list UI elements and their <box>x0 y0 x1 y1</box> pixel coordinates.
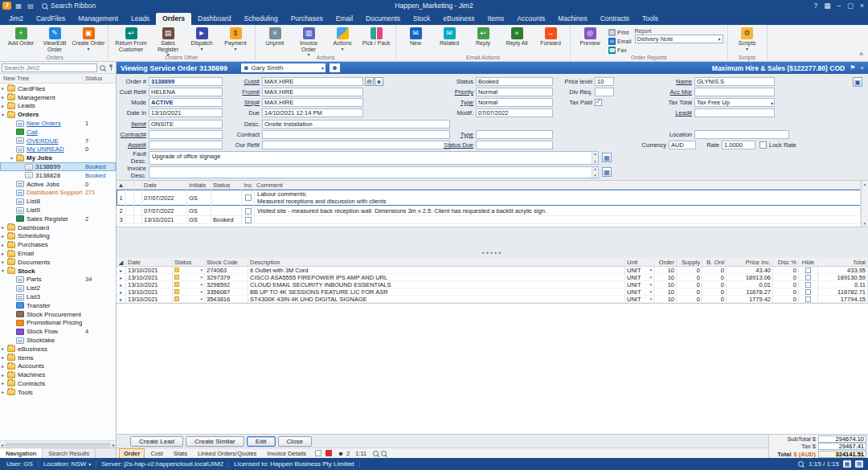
status-due-label[interactable]: Status Due <box>438 141 473 149</box>
tree-item[interactable]: Call <box>0 128 116 137</box>
detail-tab[interactable]: Order <box>119 448 145 459</box>
tax-paid-checkbox[interactable] <box>595 99 602 106</box>
search-icon[interactable] <box>99 64 106 72</box>
app-icon[interactable]: J <box>2 2 11 10</box>
due-field[interactable]: 14/10/2021 12:14 PM <box>262 108 363 117</box>
tree-item[interactable]: ▸ Dashboard <box>0 223 116 232</box>
mode-field[interactable]: ACTIVE <box>149 98 223 107</box>
tree-item[interactable]: List2 <box>0 284 116 292</box>
invoice-desc-scrollbar[interactable]: ▴▾ <box>592 167 598 178</box>
add-order-button[interactable]: + Add Order <box>4 27 38 47</box>
stock-unit-select[interactable]: UNIT▾ <box>625 296 654 302</box>
flag-column-icon[interactable] <box>134 181 142 189</box>
tree-item[interactable]: ▸ Email <box>0 249 116 258</box>
tree-expander-icon[interactable]: ▸ <box>2 95 7 100</box>
priority-field[interactable]: Normal <box>476 88 553 96</box>
hide-checkbox[interactable] <box>805 289 811 295</box>
email-reply-button[interactable]: ↩ Reply <box>466 27 500 47</box>
tree-item[interactable]: ▸ CardFiles <box>0 84 116 93</box>
unprint-button[interactable]: × Unprint <box>258 27 292 47</box>
tree-expander-icon[interactable]: ▾ <box>10 156 16 161</box>
report-select[interactable]: Delivery Note ▾ <box>635 35 723 43</box>
scroll-right-icon[interactable]: ▸ <box>113 442 115 448</box>
invoice-order-button[interactable]: ▥ Invoice Order ▾ <box>292 27 326 57</box>
tree-item[interactable]: ▸ Tools <box>0 388 116 397</box>
tree-item[interactable]: List3 <box>0 292 116 301</box>
maximize-icon[interactable]: ▢ <box>847 2 854 10</box>
date-in-field[interactable]: 13/10/2021 <box>149 108 223 117</box>
pin-icon[interactable]: ⚑ <box>850 64 855 72</box>
name-label[interactable]: Name <box>657 77 692 86</box>
search-icon[interactable] <box>797 460 805 468</box>
fault-desc-field[interactable]: Upgrade of office signage ▴▾ <box>149 151 599 165</box>
scroll-down-icon[interactable]: ▾ <box>594 160 596 164</box>
tree-item[interactable]: Stock Procurement <box>0 310 116 319</box>
sort-icon[interactable]: ▲ <box>117 181 126 189</box>
stock-row[interactable]: ▸ 13/10/2021 ▾ 3297379 CISCO ASA5555 FIR… <box>117 274 868 281</box>
type-field[interactable]: Normal <box>476 98 553 107</box>
tree-item[interactable]: ▸ Leads <box>0 102 116 111</box>
tree-expander-icon[interactable]: ▸ <box>2 381 7 386</box>
tree-item[interactable]: ▾ Stock <box>0 267 116 276</box>
tree-item[interactable]: List9 <box>0 206 116 215</box>
tree-item[interactable]: ▸ Items <box>0 354 116 362</box>
tree-expander-icon[interactable]: ▸ <box>2 104 7 108</box>
initials-column-header[interactable]: Initials <box>187 181 211 189</box>
status-due-field[interactable] <box>476 141 553 149</box>
ribbon-tab[interactable]: Scheduling <box>238 13 285 25</box>
collapse-ribbon-icon[interactable]: ^ <box>859 51 863 59</box>
tree-expander-icon[interactable]: ▸ <box>2 373 7 378</box>
stock-unit-select[interactable]: UNIT▾ <box>625 274 654 280</box>
stock-status-select[interactable]: ▾ <box>173 267 205 273</box>
stock-unit-select[interactable]: UNIT▾ <box>625 281 654 288</box>
tree-expander-icon[interactable]: ▾ <box>2 112 7 117</box>
tree-item[interactable]: ▸ eBusiness <box>0 345 116 354</box>
stock-row[interactable]: ▸ 13/10/2021 ▾ 274063 6 Outlet with 3M C… <box>117 267 868 274</box>
tree-expander-icon[interactable]: ▸ <box>2 86 7 91</box>
hide-checkbox[interactable] <box>805 282 811 288</box>
select-all-icon[interactable]: ◢ <box>117 258 126 266</box>
total-column-header[interactable]: Total <box>818 258 868 266</box>
item-field[interactable]: ONSITE <box>149 120 223 129</box>
unit-column-header[interactable]: Unit <box>625 258 654 266</box>
stock-unit-select[interactable]: UNIT▾ <box>625 267 654 273</box>
zoom-in-icon[interactable] <box>372 450 379 457</box>
tree-item[interactable]: ▸ Documents <box>0 258 116 267</box>
help-icon[interactable]: ? <box>814 2 818 10</box>
contract-number-label[interactable]: Contract# <box>113 130 146 139</box>
type-label[interactable]: Type <box>438 98 473 107</box>
location-field[interactable] <box>694 130 789 139</box>
window-menu-icon[interactable]: ▦ <box>14 2 23 10</box>
tree-expander-icon[interactable]: ▸ <box>2 251 7 256</box>
comment-row[interactable]: 3 13/10/2021 GS Booked <box>117 216 861 224</box>
item-label[interactable]: Item# <box>118 120 146 129</box>
stock-code-column-header[interactable]: Stock Code <box>205 258 248 266</box>
ribbon-tab[interactable]: Stock <box>407 13 436 25</box>
fault-desc-scrollbar[interactable]: ▴▾ <box>592 152 598 164</box>
create-order-button[interactable]: ▣ Create Order ▾ <box>72 27 105 51</box>
stock-status-select[interactable]: ▾ <box>173 281 205 288</box>
hide-column-header[interactable]: Hide <box>799 258 818 266</box>
type2-field[interactable] <box>476 130 553 139</box>
email-reply-all-button[interactable]: « Reply All <box>500 27 534 47</box>
ribbon-search[interactable]: Search Ribbon <box>38 2 99 10</box>
date-column-header[interactable]: Date <box>142 181 187 189</box>
tree-item[interactable]: 3138699 Booked <box>0 162 116 171</box>
ribbon-tab[interactable]: Contracts <box>594 13 636 25</box>
stock-status-select[interactable]: ▾ <box>173 274 205 280</box>
tree-expander-icon[interactable]: ▸ <box>2 243 7 247</box>
tree-expander-icon[interactable]: ▸ <box>2 346 7 351</box>
tree-expander-icon[interactable]: ▸ <box>2 390 7 394</box>
hide-checkbox[interactable] <box>805 268 811 273</box>
ribbon-tab[interactable]: Items <box>481 13 511 25</box>
stock-unit-select[interactable]: UNIT▾ <box>625 288 654 295</box>
status-column-header[interactable]: Status <box>173 258 205 266</box>
order-column-header[interactable]: Order <box>654 258 677 266</box>
comments-scrollbar[interactable]: ▴ ▾ <box>861 181 868 227</box>
panel-icon[interactable]: ▤ <box>855 460 863 468</box>
hide-checkbox[interactable] <box>805 275 811 280</box>
status-column-header[interactable]: Status <box>211 181 242 189</box>
email-new-button[interactable]: ✉ New <box>399 27 432 47</box>
lead-field[interactable] <box>694 108 775 117</box>
price-column-header[interactable]: Price Inc. <box>727 258 773 266</box>
